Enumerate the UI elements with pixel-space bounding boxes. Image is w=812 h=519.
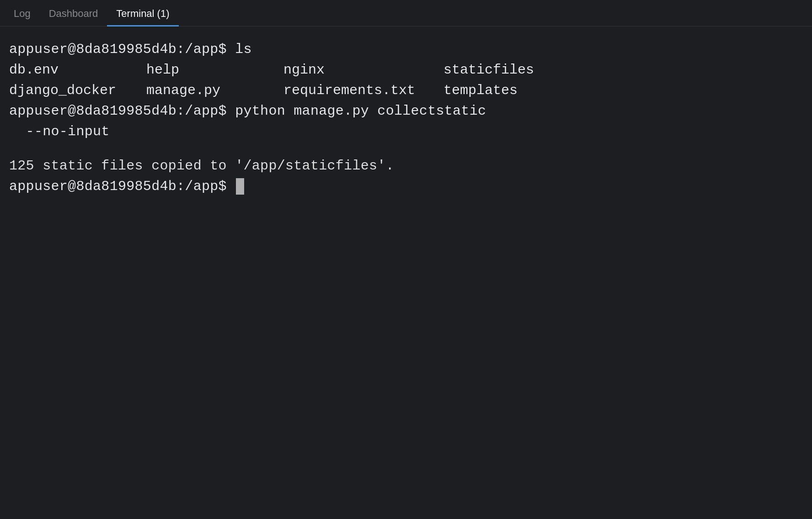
tab-log[interactable]: Log [5, 2, 40, 26]
terminal-line-ls-cmd: appuser@8da819985d4b:/app$ ls [9, 39, 803, 60]
ls-item-dbenv: db.env [9, 60, 146, 80]
terminal-blank-line [9, 142, 803, 156]
tab-terminal[interactable]: Terminal (1) [107, 2, 178, 26]
ls-item-requirements: requirements.txt [283, 80, 443, 101]
ls-item-nginx: nginx [283, 60, 443, 80]
ls-item-templates: templates [443, 80, 803, 101]
ls-item-manage-py: manage.py [146, 80, 283, 101]
ls-item-django-docker: django_docker [9, 80, 146, 101]
ls-item-help: help [146, 60, 283, 80]
tab-dashboard[interactable]: Dashboard [40, 2, 107, 26]
tab-bar: Log Dashboard Terminal (1) [0, 0, 812, 26]
terminal-ls-row2: django_docker manage.py requirements.txt… [9, 80, 803, 101]
terminal-line-prompt: appuser@8da819985d4b:/app$ [9, 176, 803, 197]
terminal-line-output: 125 static files copied to '/app/staticf… [9, 156, 803, 176]
app-container: Log Dashboard Terminal (1) appuser@8da81… [0, 0, 812, 519]
terminal-line-noinput: --no-input [9, 122, 803, 142]
ls-item-staticfiles: staticfiles [443, 60, 803, 80]
terminal-ls-row1: db.env help nginx staticfiles [9, 60, 803, 80]
terminal-line-collectstatic: appuser@8da819985d4b:/app$ python manage… [9, 101, 803, 122]
terminal-area[interactable]: appuser@8da819985d4b:/app$ ls db.env hel… [0, 26, 812, 519]
terminal-cursor [236, 178, 244, 195]
